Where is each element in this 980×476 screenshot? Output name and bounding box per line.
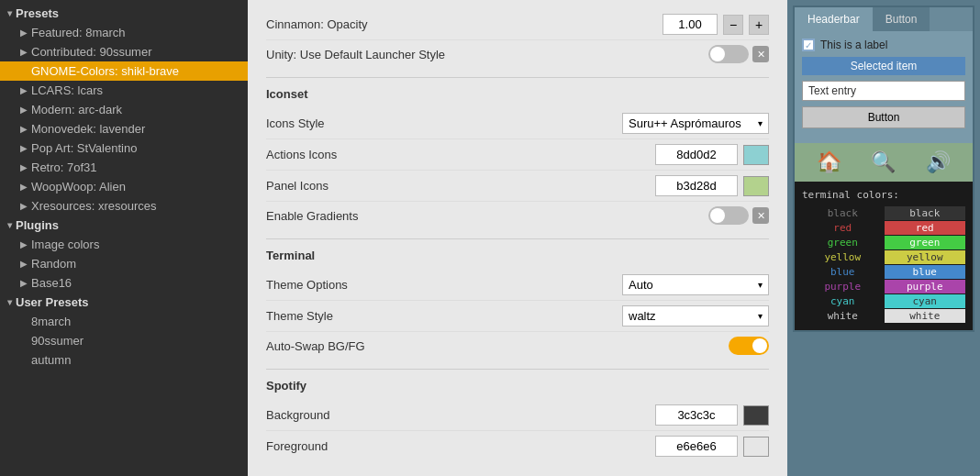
group-arrow-icon: ▾ (7, 297, 12, 307)
clear-toggle-button[interactable]: ✕ (752, 46, 769, 62)
setting-label: Cinnamon: Opacity (266, 17, 663, 31)
sidebar-item-label: WoopWoop: Alien (31, 180, 126, 194)
sidebar-item[interactable]: ▶Pop Art: StValentino (0, 138, 248, 158)
preview-text-entry[interactable]: Text entry (802, 81, 965, 101)
dropdown[interactable]: waltz▾ (622, 305, 769, 327)
item-arrow-icon: ▶ (20, 143, 28, 153)
term-color-normal-black: black (802, 206, 884, 220)
sidebar-item-label: 90ssumer (31, 334, 84, 348)
setting-label: Enable Gradients (266, 209, 708, 223)
sidebar-item[interactable]: ▶autumn (0, 350, 248, 370)
term-color-bright-yellow: yellow (885, 250, 966, 264)
dropdown-arrow-icon: ▾ (758, 311, 763, 321)
color-hex-input[interactable] (655, 175, 738, 196)
term-color-normal-purple: purple (802, 280, 884, 293)
setting-label: Theme Style (266, 309, 622, 323)
color-swatch[interactable] (743, 437, 769, 457)
setting-label: Icons Style (266, 116, 622, 130)
setting-row: Cinnamon: Opacity−+ (266, 9, 769, 40)
sidebar-item-label: Retro: 7of31 (31, 161, 97, 174)
toggle-switch[interactable] (729, 337, 769, 355)
sidebar-item-label: autumn (31, 353, 71, 367)
preview-checkbox-row: ✓This is a label (802, 39, 965, 51)
color-hex-input[interactable] (655, 404, 738, 426)
sidebar-item-label: Image colors (31, 238, 99, 251)
sidebar-item-label: GNOME-Colors: shikl-brave (31, 64, 179, 78)
dropdown[interactable]: Suru++ Asprómauros▾ (622, 113, 769, 134)
sidebar-item[interactable]: ▶Xresources: xresources (0, 196, 248, 216)
sidebar-group-user-presets[interactable]: ▾User Presets (0, 293, 248, 312)
setting-label: Background (266, 408, 655, 422)
color-swatch[interactable] (743, 176, 769, 196)
setting-row: Auto-Swap BG/FG (266, 332, 769, 360)
dropdown-arrow-icon: ▾ (758, 118, 763, 128)
color-hex-input[interactable] (655, 144, 738, 165)
item-arrow-icon: ▶ (20, 28, 28, 38)
item-arrow-icon: ▶ (20, 201, 28, 211)
sidebar-item-label: Random (31, 257, 76, 271)
sidebar-item-label: Base16 (31, 276, 72, 290)
number-input[interactable] (663, 14, 718, 35)
sidebar-item[interactable]: ▶Image colors (0, 235, 248, 254)
item-arrow-icon: ▶ (20, 239, 28, 249)
sidebar-item-label: Featured: 8march (31, 26, 126, 39)
preview-button[interactable]: Button (802, 106, 965, 128)
increment-button[interactable]: + (749, 15, 769, 35)
sidebar-item[interactable]: ▶8march (0, 312, 248, 331)
setting-row: Background (266, 400, 769, 431)
preview-checkbox[interactable]: ✓ (802, 39, 815, 51)
preview-tab-headerbar[interactable]: Headerbar (795, 7, 873, 31)
sidebar-item[interactable]: ▶90ssumer (0, 331, 248, 350)
preview-tab-button[interactable]: Button (873, 7, 930, 31)
section-iconset: IconsetIcons StyleSuru++ Asprómauros▾Act… (248, 78, 787, 238)
sidebar-item[interactable]: ▶Monovedek: lavender (0, 119, 248, 138)
sidebar-item[interactable]: ▶Modern: arc-dark (0, 100, 248, 119)
term-color-bright-green: green (885, 236, 966, 249)
decrement-button[interactable]: − (723, 15, 743, 35)
sidebar-item-label: LCARS: lcars (31, 83, 103, 97)
sidebar-item[interactable]: ▶Base16 (0, 273, 248, 293)
sidebar-item-label: Contributed: 90ssumer (31, 45, 152, 59)
sidebar-item-label: Xresources: xresources (31, 199, 157, 213)
color-swatch[interactable] (743, 405, 769, 426)
dropdown-arrow-icon: ▾ (758, 280, 763, 290)
dropdown-value: waltz (629, 309, 656, 323)
setting-label: Actions Icons (266, 148, 655, 161)
sidebar-item[interactable]: ▶Random (0, 254, 248, 273)
sidebar-item[interactable]: ▶Featured: 8march (0, 23, 248, 42)
sidebar-item[interactable]: ▶LCARS: lcars (0, 81, 248, 100)
terminal-title: terminal colors: (802, 189, 965, 201)
color-swatch[interactable] (743, 145, 769, 165)
preview-icon-1: 🔍 (871, 150, 896, 174)
sidebar-item-label: Monovedek: lavender (31, 122, 145, 136)
toggle-switch[interactable] (708, 206, 749, 225)
term-color-normal-red: red (802, 221, 884, 235)
terminal-preview: terminal colors:blackblackredredgreengre… (795, 182, 973, 330)
sidebar-item-label: Modern: arc-dark (31, 103, 122, 116)
preview-icon-2: 🔊 (926, 150, 951, 174)
sidebar-group-presets[interactable]: ▾Presets (0, 4, 248, 23)
setting-row: Theme OptionsAuto▾ (266, 270, 769, 301)
term-color-bright-red: red (885, 221, 966, 235)
term-color-normal-white: white (802, 309, 884, 323)
setting-label: Foreground (266, 439, 655, 453)
setting-label: Auto-Swap BG/FG (266, 339, 729, 353)
sidebar-item[interactable]: ▶Contributed: 90ssumer (0, 42, 248, 61)
dropdown-value: Auto (629, 278, 653, 292)
sidebar-item[interactable]: ▶WoopWoop: Alien (0, 177, 248, 196)
group-arrow-icon: ▾ (7, 8, 12, 18)
term-color-bright-cyan: cyan (885, 294, 966, 308)
sidebar-group-plugins[interactable]: ▾Plugins (0, 216, 248, 235)
preview-selected-item[interactable]: Selected item (802, 57, 965, 75)
preview-panel: HeaderbarButton✓This is a labelSelected … (787, 0, 980, 476)
toggle-switch[interactable] (708, 45, 749, 63)
sidebar-item[interactable]: ▶Retro: 7of31 (0, 158, 248, 177)
preview-icon-0: 🏠 (817, 150, 841, 174)
section-title: Terminal (266, 249, 769, 262)
sidebar-item[interactable]: ▶GNOME-Colors: shikl-brave (0, 61, 248, 81)
dropdown[interactable]: Auto▾ (622, 274, 769, 295)
section-title: Iconset (266, 87, 769, 101)
clear-toggle-button[interactable]: ✕ (752, 207, 769, 224)
setting-row: Foreground (266, 431, 769, 461)
color-hex-input[interactable] (655, 436, 738, 457)
